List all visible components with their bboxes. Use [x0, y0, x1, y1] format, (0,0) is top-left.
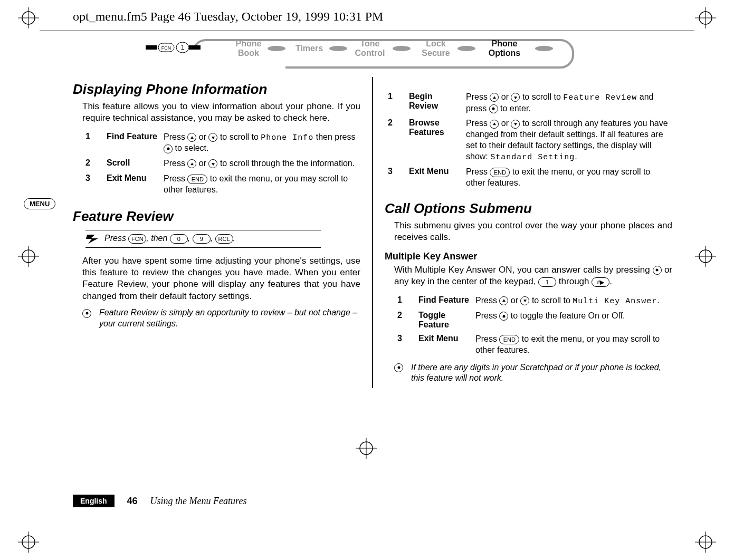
steps-mka: 1 Find Feature Press or to scroll to Mul…	[394, 293, 672, 358]
end-key-icon: END	[499, 335, 519, 344]
reg-mark-icon	[356, 438, 377, 459]
arrow-down-icon	[208, 159, 217, 168]
lightning-icon	[85, 234, 99, 244]
nav-item-phonebook-l1: Phone	[236, 39, 262, 48]
nav-item-active-l2: Options	[489, 49, 521, 57]
nav-item-timers-l1: Timers	[295, 44, 323, 53]
svg-point-28	[329, 46, 347, 51]
reg-mark-icon	[18, 246, 39, 267]
table-row: 1 Begin Review Press or to scroll to Fea…	[385, 90, 672, 116]
svg-point-31	[535, 46, 553, 51]
text-mka: With Multiple Key Answer ON, you can ans…	[394, 264, 672, 288]
step-desc: Press END to exit the menu, or you may s…	[472, 332, 672, 358]
reg-mark-icon	[695, 246, 716, 267]
hash-key-icon: #▶	[592, 277, 609, 287]
reg-mark-icon	[18, 7, 39, 28]
arrow-down-icon	[208, 133, 217, 142]
left-column: Displaying Phone Information This featur…	[73, 77, 372, 388]
page-title: Using the Menu Features	[150, 496, 247, 507]
heading-display-phone-info: Displaying Phone Information	[73, 81, 360, 98]
svg-rect-23	[146, 45, 157, 50]
right-column: 1 Begin Review Press or to scroll to Fea…	[373, 77, 672, 388]
arrow-down-icon	[511, 120, 520, 129]
lcd-text: Multi Key Answer	[573, 297, 657, 306]
note-review: Feature Review is simply an opportunity …	[82, 307, 360, 330]
select-key-icon	[499, 312, 508, 321]
reg-mark-icon	[695, 7, 716, 28]
svg-point-30	[457, 46, 475, 51]
step-title: Begin Review	[406, 90, 463, 116]
step-title: Browse Features	[406, 116, 463, 165]
nav-item-tone-l1: Tone	[360, 39, 379, 48]
nav-key-fcn: FCN	[161, 45, 171, 51]
step-desc: Press to toggle the feature On or Off.	[472, 308, 672, 332]
shortcut-bar: Press FCN, then 0, 9, RCL.	[85, 230, 321, 248]
reg-mark-icon	[695, 532, 716, 553]
rcl-key-icon: RCL	[215, 234, 233, 244]
page-number: 46	[127, 496, 138, 507]
zero-key-icon: 0	[170, 234, 188, 244]
steps-review: 1 Begin Review Press or to scroll to Fea…	[385, 90, 672, 191]
nav-item-phonebook-l2: Book	[238, 49, 259, 57]
step-desc: Press or to scroll through any features …	[463, 116, 672, 165]
table-row: 1 Find Feature Press or to scroll to Pho…	[82, 130, 360, 156]
heading-call-options: Call Options Submenu	[385, 200, 672, 217]
note-text: Feature Review is simply an opportunity …	[99, 307, 360, 330]
page-footer: English 46 Using the Menu Features	[73, 495, 246, 507]
step-desc: Press or to scroll to Multi Key Answer.	[472, 293, 672, 309]
step-title: Exit Menu	[406, 165, 463, 191]
lang-badge: English	[73, 495, 115, 507]
svg-rect-26	[189, 45, 201, 50]
arrow-up-icon	[490, 120, 499, 129]
select-key-icon	[164, 144, 173, 153]
nav-key-1: 1	[181, 44, 185, 51]
select-key-icon	[489, 104, 498, 113]
step-desc: Press or to scroll to Phone Info then pr…	[160, 130, 360, 156]
step-title: Toggle Feature	[415, 308, 472, 332]
nav-item-lock-l1: Lock	[426, 39, 445, 48]
one-key-icon: 1	[538, 277, 556, 287]
svg-point-29	[393, 46, 411, 51]
nav-item-active-l1: Phone	[492, 39, 518, 48]
table-row: 1 Find Feature Press or to scroll to Mul…	[394, 293, 672, 309]
select-key-icon	[653, 266, 662, 275]
select-key-icon	[394, 363, 403, 372]
menu-badge: MENU	[24, 198, 55, 209]
end-key-icon: END	[187, 175, 207, 184]
heading-feature-review: Feature Review	[73, 208, 360, 225]
arrow-down-icon	[520, 296, 529, 305]
text-call-options: This submenu gives you control over the …	[394, 220, 672, 244]
nav-item-tone-l2: Control	[355, 49, 385, 57]
step-desc: Press END to exit the menu, or you may s…	[463, 165, 672, 191]
nav-item-lock-l2: Secure	[422, 49, 450, 57]
top-rule	[40, 31, 694, 31]
arrow-up-icon	[490, 93, 499, 102]
heading-multiple-key-answer: Multiple Key Answer	[385, 251, 672, 262]
text-display-intro: This feature allows you to view informat…	[82, 101, 360, 124]
reg-mark-icon	[18, 532, 39, 553]
running-header: opt_menu.fm5 Page 46 Tuesday, October 19…	[73, 9, 383, 24]
lcd-text: Standard Setting	[490, 153, 575, 162]
lcd-text: Phone Info	[261, 133, 313, 142]
svg-marker-32	[86, 235, 98, 244]
step-title: Find Feature	[415, 293, 472, 309]
fcn-key-icon: FCN	[128, 234, 146, 244]
nine-key-icon: 9	[193, 234, 211, 244]
step-title: Exit Menu	[103, 171, 160, 198]
arrow-up-icon	[187, 159, 196, 168]
table-row: 2 Toggle Feature Press to toggle the fea…	[394, 308, 672, 332]
arrow-up-icon	[499, 296, 508, 305]
arrow-up-icon	[187, 133, 196, 142]
table-row: 3 Exit Menu Press END to exit the menu, …	[394, 332, 672, 358]
steps-display: 1 Find Feature Press or to scroll to Pho…	[82, 130, 360, 198]
step-desc: Press or to scroll to Feature Review and…	[463, 90, 672, 116]
table-row: 2 Scroll Press or to scroll through the …	[82, 156, 360, 171]
svg-point-27	[268, 46, 285, 51]
table-row: 3 Exit Menu Press END to exit the menu, …	[82, 171, 360, 198]
text-review-body: After you have spent some time adjusting…	[82, 255, 360, 303]
end-key-icon: END	[490, 168, 510, 177]
step-desc: Press END to exit the menu, or you may s…	[160, 171, 360, 198]
step-title: Scroll	[103, 156, 160, 171]
step-desc: Press or to scroll through the the infor…	[160, 156, 360, 171]
table-row: 2 Browse Features Press or to scroll thr…	[385, 116, 672, 165]
